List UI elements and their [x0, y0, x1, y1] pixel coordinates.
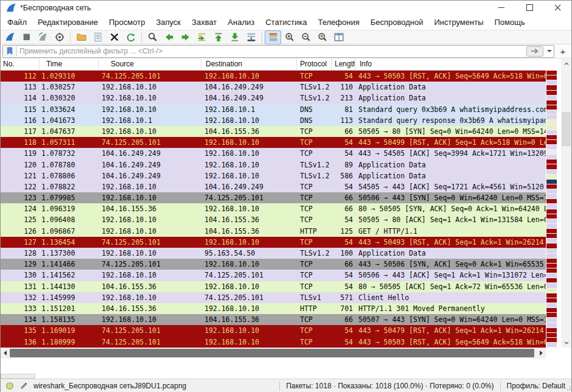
go-last-packet-icon[interactable] — [226, 30, 243, 44]
go-to-packet-icon[interactable] — [194, 30, 210, 44]
packet-row[interactable]: 1201.078780104.16.249.249192.168.10.10TL… — [1, 159, 546, 170]
packet-row[interactable]: 1191.078732104.16.249.249192.168.10.10TC… — [1, 148, 546, 159]
packet-row[interactable]: 1121.02931074.125.205.101192.168.10.10TC… — [1, 71, 546, 82]
packet-row[interactable]: 1171.047637192.168.10.10104.16.155.36TCP… — [1, 126, 546, 137]
menu-item-10[interactable]: Помощь — [489, 15, 531, 29]
pane-splitter-grip[interactable] — [1, 374, 35, 379]
packet-cell-time: 1.078780 — [40, 159, 99, 170]
minimap-stripe — [546, 214, 557, 219]
packet-cell-length: 66 — [332, 259, 355, 270]
go-forward-icon[interactable] — [177, 30, 194, 44]
column-header-destination[interactable]: Destination — [201, 58, 297, 71]
bookmark-icon[interactable] — [3, 46, 17, 57]
packet-minimap-scrollbar[interactable] — [546, 71, 557, 348]
close-file-icon[interactable] — [106, 30, 122, 44]
maximize-icon[interactable] — [515, 1, 543, 15]
column-header-source[interactable]: Source — [99, 58, 201, 71]
packet-row[interactable]: 1161.041673192.168.10.1192.168.10.10DNS1… — [1, 115, 546, 126]
packet-row[interactable]: 1151.033624192.168.10.10192.168.10.1DNS8… — [1, 104, 546, 115]
minimap-stripe — [546, 323, 557, 327]
packet-cell-no: 130 — [1, 270, 40, 281]
packet-row[interactable]: 1141.030320192.168.10.10104.16.249.249TL… — [1, 93, 546, 103]
save-file-icon[interactable] — [89, 30, 106, 44]
main-toolbar — [1, 30, 571, 44]
packet-row[interactable]: 1271.13645474.125.205.101192.168.10.10TC… — [1, 237, 546, 248]
menu-item-3[interactable]: Запуск — [150, 15, 186, 29]
scroll-left-icon[interactable] — [1, 348, 10, 359]
display-filter-input[interactable] — [17, 47, 526, 55]
zoom-original-icon[interactable] — [314, 30, 330, 44]
start-capture-icon[interactable] — [2, 30, 18, 44]
scroll-down-icon[interactable] — [561, 337, 571, 348]
packet-cell-time: 1.144130 — [40, 281, 99, 292]
packet-row[interactable]: 1301.141562192.168.10.1074.125.205.101TC… — [1, 270, 546, 281]
edit-capture-comment-icon[interactable] — [19, 382, 28, 390]
packet-row[interactable]: 1181.05731174.125.205.101192.168.10.10TC… — [1, 137, 546, 148]
packet-cell-destination: 192.168.10.10 — [201, 137, 297, 148]
menu-item-0[interactable]: Файл — [2, 15, 32, 29]
column-header-length[interactable]: Length — [332, 58, 355, 71]
menu-item-8[interactable]: Беспроводной — [365, 15, 429, 29]
column-header-time[interactable]: Time — [40, 58, 99, 71]
packet-cell-info: Application Data — [355, 248, 546, 259]
menu-item-7[interactable]: Телефония — [312, 15, 364, 29]
apply-filter-icon[interactable] — [526, 46, 543, 57]
resize-grip[interactable] — [566, 387, 571, 391]
packet-cell-time: 1.096319 — [40, 203, 99, 214]
scroll-right-icon[interactable] — [537, 348, 546, 359]
menu-item-4[interactable]: Захват — [186, 15, 222, 29]
close-icon[interactable] — [543, 1, 571, 15]
packet-row[interactable]: 1261.096867192.168.10.10104.16.155.36HTT… — [1, 226, 546, 237]
find-packet-icon[interactable] — [144, 30, 161, 44]
horizontal-scrollbar[interactable] — [1, 348, 546, 359]
colorize-packets-icon[interactable] — [265, 30, 281, 44]
menu-item-2[interactable]: Просмотр — [103, 15, 150, 29]
vertical-scrollbar-thumb[interactable] — [562, 112, 571, 146]
menu-item-1[interactable]: Редактирование — [32, 15, 103, 29]
column-header-info[interactable]: Info — [355, 58, 546, 71]
scroll-up-icon[interactable] — [561, 58, 571, 69]
stop-capture-icon[interactable] — [18, 30, 35, 44]
packet-row[interactable]: 1331.151201104.16.155.36192.168.10.10HTT… — [1, 303, 546, 314]
auto-scroll-icon[interactable] — [243, 30, 259, 44]
packet-row[interactable]: 1241.096319104.16.155.36192.168.10.10TCP… — [1, 203, 546, 214]
add-filter-button[interactable]: + — [557, 46, 568, 57]
packet-row[interactable]: 1321.145999192.168.10.1074.125.205.101TL… — [1, 292, 546, 303]
packet-cell-protocol: TLSv1.2 — [297, 93, 332, 103]
minimap-stripe — [546, 289, 557, 293]
menu-item-9[interactable]: Инструменты — [428, 15, 489, 29]
menu-item-6[interactable]: Статистика — [260, 15, 312, 29]
minimap-stripe — [546, 268, 557, 273]
column-header-no[interactable]: No. — [1, 58, 40, 71]
packet-row[interactable]: 1361.18099974.125.205.101192.168.10.10TC… — [1, 337, 546, 348]
packet-row[interactable]: 1351.16901974.125.205.101192.168.10.10TC… — [1, 325, 546, 336]
expert-info-icon[interactable] — [5, 382, 14, 390]
restart-capture-icon[interactable] — [35, 30, 51, 44]
minimize-icon[interactable] — [487, 1, 515, 15]
menu-item-5[interactable]: Анализ — [222, 15, 260, 29]
packet-row[interactable]: 1221.078822192.168.10.10104.16.249.249TC… — [1, 181, 546, 192]
column-header-protocol[interactable]: Protocol — [297, 58, 332, 71]
minimap-stripe — [546, 125, 557, 130]
resize-columns-icon[interactable] — [330, 30, 347, 44]
packet-cell-protocol: TCP — [297, 192, 332, 203]
zoom-in-icon[interactable] — [281, 30, 298, 44]
packet-row[interactable]: 1281.137300192.168.10.1095.163.54.50TLSv… — [1, 248, 546, 259]
go-back-icon[interactable] — [161, 30, 177, 44]
horizontal-scrollbar-thumb[interactable] — [10, 349, 534, 357]
packet-row[interactable]: 1231.079985192.168.10.1074.125.205.101TC… — [1, 192, 546, 203]
zoom-out-icon[interactable] — [298, 30, 314, 44]
packet-row[interactable]: 1291.14146674.125.205.101192.168.10.10TC… — [1, 259, 546, 270]
go-first-packet-icon[interactable] — [210, 30, 226, 44]
packet-row[interactable]: 1251.096408192.168.10.10104.16.155.36TCP… — [1, 214, 546, 225]
vertical-scrollbar[interactable] — [561, 58, 571, 348]
packet-row[interactable]: 1131.030257192.168.10.10104.16.249.249TL… — [1, 82, 546, 93]
open-file-icon[interactable] — [73, 30, 89, 44]
packet-row[interactable]: 1341.158135192.168.10.10104.16.155.36TCP… — [1, 314, 546, 325]
profile-label[interactable]: Профиль: Default — [500, 381, 572, 391]
capture-options-icon[interactable] — [51, 30, 68, 44]
reload-file-icon[interactable] — [122, 30, 139, 44]
packet-row[interactable]: 1311.144130104.16.155.36192.168.10.10TCP… — [1, 281, 546, 292]
packet-row[interactable]: 1211.078806104.16.249.249192.168.10.10TL… — [1, 170, 546, 181]
filter-history-caret-icon[interactable] — [545, 46, 554, 57]
